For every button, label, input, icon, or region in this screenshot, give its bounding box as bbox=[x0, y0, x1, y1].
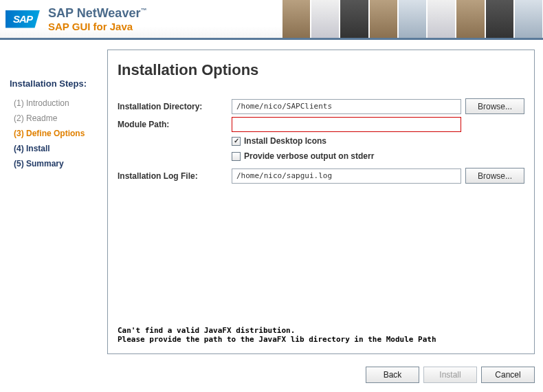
checkbox-verbose[interactable] bbox=[232, 152, 241, 161]
error-message: Can't find a valid JavaFX distribution. … bbox=[118, 326, 524, 347]
step-introduction[interactable]: (1) Introduction bbox=[10, 96, 99, 111]
browse-install-dir-button[interactable]: Browse... bbox=[465, 98, 524, 114]
label-module-path: Module Path: bbox=[118, 120, 228, 129]
header-title: SAP NetWeaver™ bbox=[48, 6, 146, 21]
label-desktop-icons: Install Desktop Icons bbox=[244, 136, 326, 146]
label-install-dir: Installation Directory: bbox=[118, 102, 228, 111]
row-install-dir: Installation Directory: Browse... bbox=[118, 98, 524, 114]
label-verbose: Provide verbose output on stderr bbox=[244, 151, 374, 161]
row-log-file: Installation Log File: Browse... bbox=[118, 168, 524, 184]
sap-logo: SAP bbox=[5, 10, 40, 28]
browse-log-file-button[interactable]: Browse... bbox=[465, 168, 524, 184]
header-titles: SAP NetWeaver™ SAP GUI for Java bbox=[48, 6, 146, 32]
header-title-text: SAP NetWeaver bbox=[48, 6, 140, 20]
label-log-file: Installation Log File: bbox=[118, 171, 228, 181]
footer: Back Install Cancel bbox=[104, 362, 543, 390]
header-graphic bbox=[282, 0, 543, 38]
header-subtitle: SAP GUI for Java bbox=[48, 21, 146, 32]
step-readme[interactable]: (2) Readme bbox=[10, 111, 99, 126]
step-summary[interactable]: (5) Summary bbox=[10, 156, 99, 171]
step-define-options[interactable]: (3) Define Options bbox=[10, 126, 99, 141]
row-verbose[interactable]: Provide verbose output on stderr bbox=[232, 150, 524, 162]
header: SAP SAP NetWeaver™ SAP GUI for Java bbox=[0, 0, 543, 40]
checkbox-desktop-icons[interactable]: ✓ bbox=[232, 137, 241, 146]
sidebar-title: Installation Steps: bbox=[10, 78, 99, 89]
row-desktop-icons[interactable]: ✓ Install Desktop Icons bbox=[232, 135, 524, 147]
step-install[interactable]: (4) Install bbox=[10, 141, 99, 156]
sidebar: Installation Steps: (1) Introduction (2)… bbox=[0, 40, 104, 390]
main-panel: Installation Options Installation Direct… bbox=[107, 50, 535, 354]
input-install-dir[interactable] bbox=[232, 99, 461, 114]
input-log-file[interactable] bbox=[232, 168, 461, 184]
cancel-button[interactable]: Cancel bbox=[481, 367, 535, 383]
back-button[interactable]: Back bbox=[366, 367, 419, 383]
input-module-path[interactable] bbox=[232, 117, 461, 132]
install-button: Install bbox=[423, 367, 477, 383]
trademark-symbol: ™ bbox=[140, 7, 146, 14]
page-title: Installation Options bbox=[118, 61, 524, 79]
row-module-path: Module Path: bbox=[118, 117, 524, 132]
